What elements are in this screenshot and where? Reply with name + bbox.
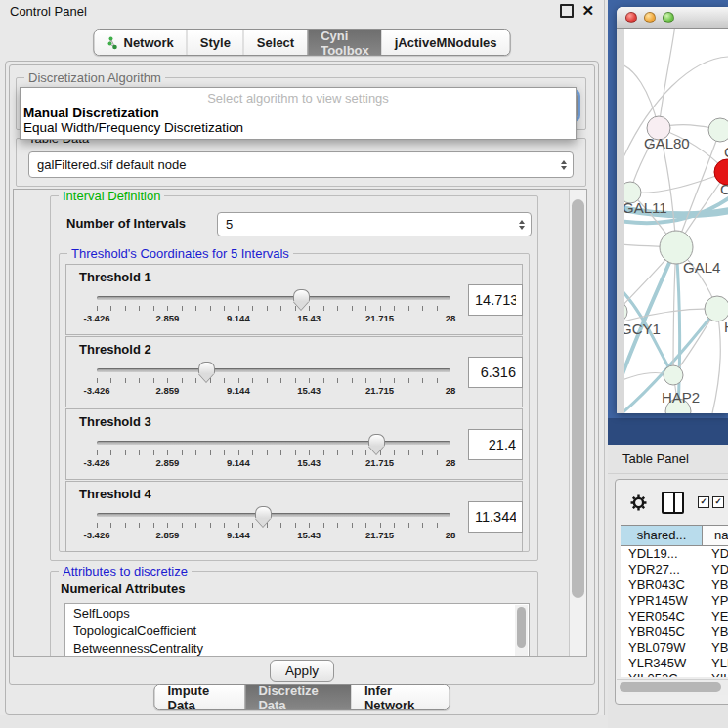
attribute-list-item[interactable]: BetweennessCentrality <box>65 639 529 656</box>
table-row[interactable]: YER054CYER0 <box>621 609 728 624</box>
table-rows: YDL19...YDL1YDR27...YDR2YBR043CYBR0YPR14… <box>621 546 728 677</box>
tick-label: 15.43 <box>297 313 321 323</box>
tab-discretize-data[interactable]: Discretize Data <box>244 685 352 709</box>
float-window-icon[interactable] <box>560 4 574 18</box>
threshold-panel: Threshold 4 -3.4262.8599.14415.4321.7152… <box>65 481 523 552</box>
table-horizontal-scrollbar[interactable] <box>617 679 728 695</box>
table-data-combobox[interactable]: galFiltered.sif default node <box>28 151 574 178</box>
minimize-window-icon[interactable] <box>644 12 656 23</box>
gear-icon[interactable] <box>629 493 648 512</box>
tab-select[interactable]: Select <box>243 30 307 55</box>
tab-cyni-toolbox[interactable]: Cyni Toolbox <box>307 30 382 55</box>
node-hap2[interactable] <box>664 365 683 385</box>
cell-shared-name: YIL052C <box>621 671 704 677</box>
show-columns-icon[interactable] <box>662 492 684 514</box>
node-table: shared... na YDL19...YDL1YDR27...YDR2YBR… <box>621 525 728 677</box>
close-window-icon[interactable] <box>625 12 637 23</box>
node-label: GAL11 <box>624 199 667 216</box>
app-root: { "titlebar": { "title": "Control Panel"… <box>0 0 728 728</box>
threshold-slider[interactable]: -3.4262.8599.14415.4321.71528 <box>97 506 450 547</box>
slider-thumb[interactable] <box>198 362 215 374</box>
tab-style[interactable]: Style <box>187 30 243 55</box>
tick-label: 9.144 <box>227 530 250 540</box>
column-header-shared-name[interactable]: shared... <box>621 525 703 546</box>
threshold-slider[interactable]: -3.4262.8599.14415.4321.71528 <box>97 289 450 330</box>
node-gcy1[interactable] <box>624 301 627 322</box>
threshold-value-field[interactable] <box>468 357 523 388</box>
table-row[interactable]: YDR27...YDR2 <box>621 562 728 578</box>
slider-track[interactable] <box>97 441 450 445</box>
node-label: GA <box>724 144 728 160</box>
network-window-titlebar[interactable] <box>617 7 728 29</box>
attributes-list-scrollbar[interactable] <box>515 605 528 656</box>
cell-name: YDL1 <box>704 546 728 562</box>
node-top-right[interactable] <box>708 118 728 142</box>
number-of-intervals-combobox[interactable]: 5 <box>217 212 532 236</box>
control-panel-titlebar: Control Panel ✕ <box>0 0 604 21</box>
table-row[interactable]: YLR345WYLR3 <box>621 656 728 671</box>
cell-shared-name: YBR045C <box>621 624 704 640</box>
node-label: GAL4 <box>683 259 720 276</box>
tick-label: 2.859 <box>156 313 180 323</box>
close-icon[interactable]: ✕ <box>581 6 594 16</box>
attribute-list-item[interactable]: SelfLoops <box>65 604 529 621</box>
scrollbar-thumb[interactable] <box>620 682 721 692</box>
threshold-panel: Threshold 3 -3.4262.8599.14415.4321.7152… <box>65 408 523 480</box>
settings-vertical-scrollbar[interactable] <box>569 190 586 656</box>
popup-item-manual-discretization[interactable]: Manual Discretization <box>21 106 576 120</box>
slider-tick-labels: -3.4262.8599.14415.4321.71528 <box>97 457 450 469</box>
tick-label: 15.43 <box>297 530 321 540</box>
zoom-window-icon[interactable] <box>663 12 674 23</box>
select-all-columns-icon[interactable]: ✓ ✓ <box>698 496 724 508</box>
scrollbar-thumb[interactable] <box>572 199 584 598</box>
table-row[interactable]: YBL079WYBL0 <box>621 640 728 656</box>
node-label: H <box>724 319 728 335</box>
slider-thumb[interactable] <box>293 289 310 302</box>
column-header-name[interactable]: na <box>703 525 728 546</box>
cell-name: YPR1 <box>704 593 728 609</box>
table-row[interactable]: YBR043CYBR0 <box>621 578 728 593</box>
table-row[interactable]: YIL052CYIL0 <box>621 671 728 677</box>
table-row[interactable]: YBR045CYBR0 <box>621 624 728 640</box>
tick-label: 2.859 <box>156 530 180 540</box>
checkbox-icon: ✓ <box>712 496 724 508</box>
tab-jactivemnodules[interactable]: jActiveMNodules <box>382 30 510 55</box>
cell-name: YIL0 <box>704 671 728 677</box>
node-label: GCY1 <box>624 321 661 337</box>
thresholds-group: Threshold's Coordinates for 5 Intervals … <box>59 253 530 552</box>
popup-item-equal-width-frequency[interactable]: Equal Width/Frequency Discretization <box>21 120 576 135</box>
settings-scroll-content: Interval Definition Number of Intervals … <box>14 190 570 656</box>
network-icon <box>107 36 118 50</box>
threshold-slider[interactable]: -3.4262.8599.14415.4321.71528 <box>97 362 450 403</box>
table-row[interactable]: YPR145WYPR1 <box>621 593 728 609</box>
threshold-label: Threshold 2 <box>79 342 151 357</box>
slider-track[interactable] <box>97 513 450 517</box>
network-canvas[interactable]: GAL80 GA C GAL11 GAL4 GCY1 H HAP2 <box>624 29 728 413</box>
number-of-intervals-value: 5 <box>226 217 233 232</box>
scrollbar-thumb[interactable] <box>517 607 526 648</box>
cell-shared-name: YLR345W <box>621 656 704 671</box>
threshold-value-field[interactable] <box>468 429 523 460</box>
slider-track[interactable] <box>97 296 450 300</box>
tab-label: Cyni Toolbox <box>321 29 369 56</box>
tab-infer-network[interactable]: Infer Network <box>352 685 450 709</box>
threshold-value-field[interactable] <box>468 501 523 533</box>
tab-network[interactable]: Network <box>94 30 186 55</box>
table-panel: Table Panel ✓ ✓ shared... na YDL19...YDL… <box>608 445 728 728</box>
slider-track[interactable] <box>97 368 450 372</box>
tab-label: Discretize Data <box>258 684 339 710</box>
cell-name: YER0 <box>704 609 728 624</box>
slider-thumb[interactable] <box>255 506 272 519</box>
threshold-slider[interactable]: -3.4262.8599.14415.4321.71528 <box>97 434 450 475</box>
threshold-value-field[interactable] <box>468 284 523 316</box>
attribute-list-item[interactable]: TopologicalCoefficient <box>65 621 529 639</box>
control-panel: Control Panel ✕ NetworkStyleSelectCyni T… <box>0 0 605 715</box>
tick-label: 2.859 <box>156 385 180 396</box>
cell-name: YDR2 <box>704 562 728 578</box>
table-row[interactable]: YDL19...YDL1 <box>621 546 728 562</box>
group-title: Discretization Algorithm <box>24 70 165 85</box>
tab-impute-data[interactable]: Impute Data <box>155 685 245 709</box>
numerical-attributes-list: SelfLoopsTopologicalCoefficientBetweenne… <box>64 603 530 656</box>
slider-thumb[interactable] <box>368 434 385 447</box>
apply-button[interactable]: Apply <box>270 660 334 682</box>
